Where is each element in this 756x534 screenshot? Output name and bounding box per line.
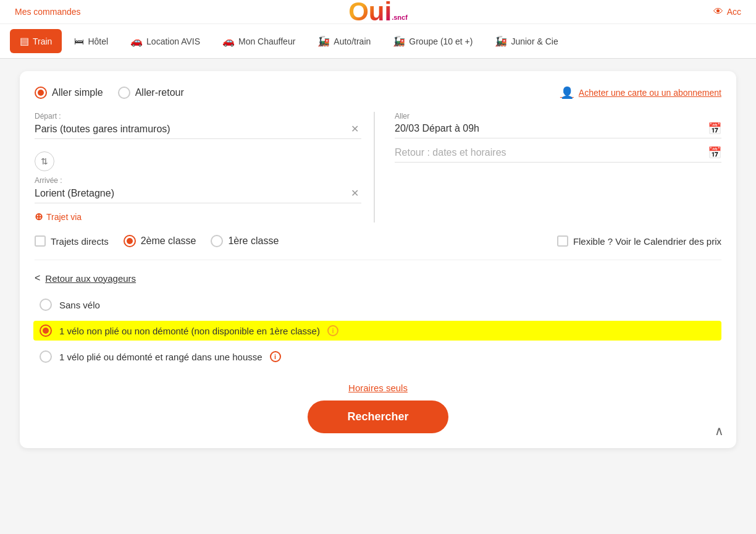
aller-date-field: Aller 20/03 Départ à 09h 📅 [395,112,721,138]
trajets-directs-option[interactable]: Trajets directs [35,235,109,247]
navigation-tabs: ▤ Train 🛏 Hôtel 🚗 Location AVIS 🚗 Mon Ch… [0,24,756,59]
tab-hotel[interactable]: 🛏 Hôtel [64,27,118,56]
velo-non-plie-info-icon[interactable]: i [327,325,338,336]
aller-simple-option[interactable]: Aller simple [35,87,103,99]
aller-retour-radio[interactable] [118,87,130,99]
trajets-directs-label: Trajets directs [51,236,109,247]
voyageurs-back-button[interactable]: < Retour aux voyageurs [35,273,721,284]
flexible-checkbox[interactable] [557,235,568,247]
chauffeur-tab-label: Mon Chauffeur [238,36,295,46]
horaires-seuls-link[interactable]: Horaires seuls [348,383,408,393]
footer-actions: Horaires seuls Rechercher [35,383,721,433]
aller-simple-radio[interactable] [35,87,47,99]
trajet-via-icon: ⊕ [35,211,43,222]
velo-non-plie-radio[interactable] [40,324,52,337]
tab-groupe[interactable]: 🚂 Groupe (10 et +) [383,27,482,56]
classe-2-radio[interactable] [124,235,136,247]
trajet-via-button[interactable]: ⊕ Trajet via [35,211,361,222]
train-tab-label: Train [33,36,52,46]
hotel-tab-icon: 🛏 [74,36,84,47]
sans-velo-option[interactable]: Sans vélo [40,299,721,311]
main-content: Aller simple Aller-retour 👤 Acheter une … [7,59,749,460]
swap-stations-button[interactable]: ⇅ [35,151,54,171]
flexible-option[interactable]: Flexible ? Voir le Calendrier des prix [557,235,721,247]
velo-plie-radio[interactable] [40,350,52,363]
velo-plie-label: 1 vélo plié ou démonté et rangé dans une… [59,352,262,362]
train-tab-icon: ▤ [20,35,29,47]
junior-tab-icon: 🚂 [495,35,507,47]
trip-options: Aller simple Aller-retour [35,87,184,99]
aller-date-row: 20/03 Départ à 09h 📅 [395,122,721,138]
sans-velo-label: Sans vélo [59,300,100,310]
groupe-tab-icon: 🚂 [393,35,405,47]
arrivee-input-row: Lorient (Bretagne) ✕ [35,186,361,203]
flexible-label: Flexible ? Voir le Calendrier des prix [573,236,721,247]
tab-autotrain[interactable]: 🚂 Auto/train [308,27,380,56]
tab-junior[interactable]: 🚂 Junior & Cie [485,27,568,56]
trajets-directs-checkbox[interactable] [35,235,46,247]
arrivee-label: Arrivée : [35,176,361,185]
retour-date-field: Retour : dates et horaires 📅 [395,146,721,163]
oui-sncf-logo: Oui .sncf [348,0,408,25]
location-tab-label: Location AVIS [146,36,200,46]
search-card: Aller simple Aller-retour 👤 Acheter une … [20,71,736,448]
aller-retour-option[interactable]: Aller-retour [118,87,184,99]
tab-location[interactable]: 🚗 Location AVIS [120,27,210,56]
aller-date-value[interactable]: 20/03 Départ à 09h [395,123,708,134]
retour-date-row: Retour : dates et horaires 📅 [395,146,721,163]
depart-label: Départ : [35,112,361,121]
back-chevron-icon: < [35,273,40,284]
bike-options-group: Sans vélo 1 vélo non plié ou non démonté… [35,299,721,363]
classe-1-radio[interactable] [211,235,223,247]
header: Mes commandes Oui .sncf 👁 Acc [0,0,756,24]
account-link[interactable]: 👁 Acc [713,6,741,17]
classe-2-option[interactable]: 2ème classe [124,235,196,247]
collapse-arrow-icon[interactable]: ∧ [715,423,724,438]
tab-chauffeur[interactable]: 🚗 Mon Chauffeur [212,27,305,56]
autotrain-tab-icon: 🚂 [317,35,330,47]
depart-field: Départ : Paris (toutes gares intramuros)… [35,112,361,139]
location-tab-icon: 🚗 [130,35,143,47]
autotrain-tab-label: Auto/train [334,36,371,46]
velo-plie-option[interactable]: 1 vélo plié ou démonté et rangé dans une… [40,350,721,363]
logo-oui-text: Oui [348,0,392,25]
classe-1-option[interactable]: 1ère classe [211,235,279,247]
velo-non-plie-option[interactable]: 1 vélo non plié ou non démonté (non disp… [33,321,721,341]
arrivee-clear-button[interactable]: ✕ [348,186,361,200]
tab-train[interactable]: ▤ Train [10,29,62,53]
arrivee-field: Arrivée : Lorient (Bretagne) ✕ [35,176,361,203]
classe-1-label: 1ère classe [228,235,279,247]
logo-sncf-text: .sncf [392,14,408,21]
arrivee-value[interactable]: Lorient (Bretagne) [35,188,348,199]
account-icon: 👁 [713,6,723,17]
trajet-via-label: Trajet via [46,212,82,222]
trip-type-row: Aller simple Aller-retour 👤 Acheter une … [35,86,721,100]
classe-2-label: 2ème classe [141,235,196,247]
search-fields: Départ : Paris (toutes gares intramuros)… [35,112,721,222]
retour-calendar-icon[interactable]: 📅 [708,146,721,159]
station-section: Départ : Paris (toutes gares intramuros)… [35,112,375,222]
aller-label: Aller [395,112,721,121]
velo-non-plie-label: 1 vélo non plié ou non démonté (non disp… [59,326,320,336]
swap-icon: ⇅ [41,156,48,166]
voyageurs-back-label: Retour aux voyageurs [45,273,136,284]
mes-commandes-link[interactable]: Mes commandes [15,7,81,17]
rechercher-button[interactable]: Rechercher [308,400,448,433]
date-section: Aller 20/03 Départ à 09h 📅 Retour : date… [385,112,721,222]
aller-retour-label: Aller-retour [135,87,184,98]
retour-date-value[interactable]: Retour : dates et horaires [395,147,708,158]
subscription-icon: 👤 [560,86,574,100]
account-label: Acc [727,7,741,17]
velo-plie-info-icon[interactable]: i [270,351,281,362]
depart-clear-button[interactable]: ✕ [348,122,361,136]
depart-value[interactable]: Paris (toutes gares intramuros) [35,124,348,135]
groupe-tab-label: Groupe (10 et +) [409,36,472,46]
chauffeur-tab-icon: 🚗 [222,35,235,47]
aller-calendar-icon[interactable]: 📅 [708,122,721,135]
hotel-tab-label: Hôtel [88,36,108,46]
aller-simple-label: Aller simple [52,87,103,98]
subscription-label: Acheter une carte ou un abonnement [579,88,721,98]
subscription-link[interactable]: 👤 Acheter une carte ou un abonnement [560,86,721,100]
depart-input-row: Paris (toutes gares intramuros) ✕ [35,122,361,139]
sans-velo-radio[interactable] [40,299,52,311]
